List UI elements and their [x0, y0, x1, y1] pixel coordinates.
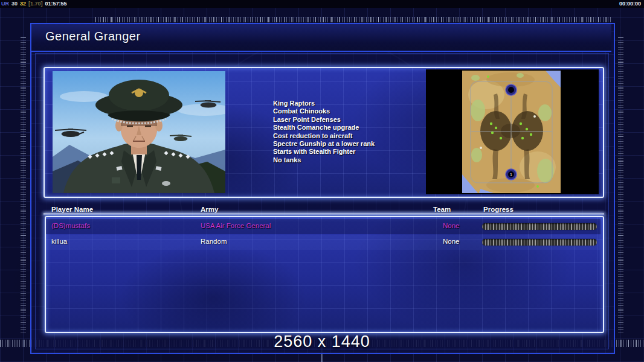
column-header-team: Team	[433, 206, 451, 213]
start-marker-number: 1	[510, 173, 512, 177]
loading-screen: UR3032[1.70]01:57:55 00:00:00 General Gr…	[0, 0, 644, 362]
player-name: killua	[51, 238, 67, 245]
latency-value: 32	[20, 1, 26, 7]
ability-item: Stealth Comanche upgrade	[273, 124, 424, 132]
start-marker	[506, 84, 517, 95]
version-label: [1.70]	[28, 1, 43, 7]
player-row: killua Random None	[46, 235, 601, 250]
fps-counter: 30	[11, 1, 18, 7]
ability-item: Cost reduction to aircraft	[273, 132, 424, 140]
start-marker: 1	[506, 169, 517, 180]
clock-readout: 01:57:55	[45, 1, 67, 7]
resolution-watermark: 2560 x 1440	[0, 332, 644, 351]
loading-progress-bar	[482, 239, 597, 246]
column-header-army: Army	[201, 206, 218, 213]
player-team: None	[443, 238, 460, 245]
gentool-tag: UR	[1, 1, 9, 7]
player-army: Random	[201, 238, 227, 245]
player-army: USA Air Force General	[201, 222, 271, 229]
header-divider-line	[43, 213, 604, 215]
minimap-terrain: 1	[462, 71, 561, 193]
left-ruler-ticks	[21, 37, 26, 333]
match-timer: 00:00:00	[619, 0, 641, 8]
top-ruler-ticks	[95, 17, 613, 22]
ability-item: King Raptors	[273, 100, 424, 107]
right-ruler-ticks	[618, 37, 623, 333]
ability-item: Combat Chinooks	[273, 107, 424, 115]
loading-progress-bar	[482, 223, 597, 230]
column-header-progress: Progress	[483, 206, 514, 213]
player-row: (DS)mustafs USA Air Force General None	[46, 219, 601, 234]
ability-item: No tanks	[273, 156, 424, 164]
status-bar: UR3032[1.70]01:57:55 00:00:00	[0, 0, 644, 8]
column-header-player-name: Player Name	[51, 206, 93, 213]
ability-item: Starts with Stealth Fighter	[273, 148, 424, 156]
abilities-list: King Raptors Combat Chinooks Laser Point…	[273, 100, 424, 164]
ability-item: Spectre Gunship at a lower rank	[273, 140, 424, 148]
player-name: (DS)mustafs	[51, 222, 90, 229]
ability-item: Laser Point Defenses	[273, 116, 424, 124]
player-team: None	[443, 222, 460, 229]
general-portrait	[53, 71, 225, 193]
minimap: 1	[426, 69, 599, 194]
page-title: General Granger	[45, 30, 141, 43]
